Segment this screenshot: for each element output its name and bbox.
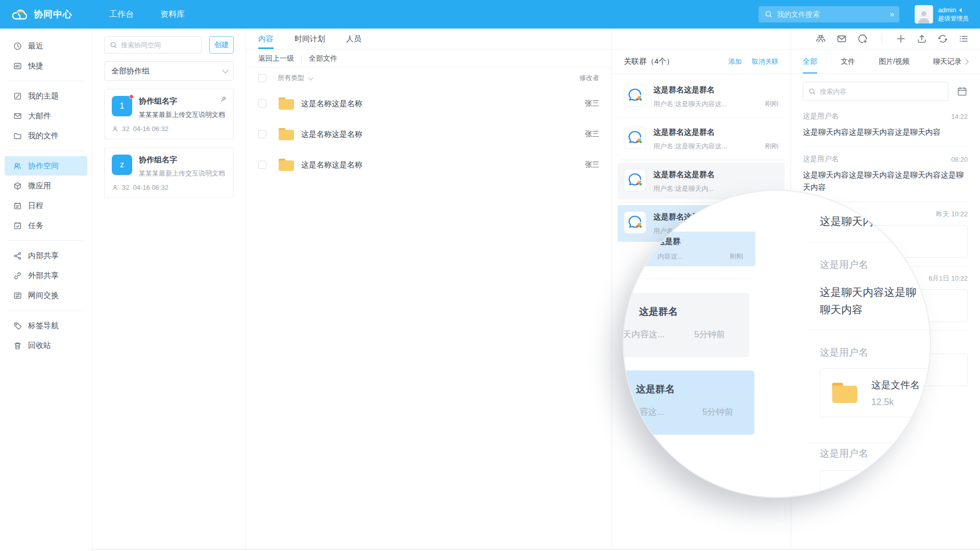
sidebar-item-schedule[interactable]: 日程 <box>5 196 87 215</box>
last-message: 用户名:这是聊天内容这... <box>653 142 760 151</box>
sidebar-item-collab-space[interactable]: 协作空间 <box>5 156 87 176</box>
tab-media[interactable]: 图片/视频 <box>879 49 910 73</box>
tab-timeline[interactable]: 时间计划 <box>295 29 325 49</box>
sidebar-item-recycle-bin[interactable]: 回收站 <box>5 336 87 355</box>
breadcrumb-back[interactable]: 返回上一级 <box>258 54 294 63</box>
add-link-button[interactable]: 添加 <box>728 57 742 66</box>
chat-search[interactable] <box>803 82 948 101</box>
sidebar-item-shortcuts[interactable]: 快捷 <box>5 56 87 76</box>
sidebar-item-my-topics[interactable]: 我的主题 <box>5 86 87 106</box>
nav-workbench[interactable]: 工作台 <box>109 9 134 20</box>
sidebar-divider <box>8 81 84 81</box>
row-checkbox[interactable] <box>258 99 266 108</box>
sidebar-item-network-exchange[interactable]: 网间交换 <box>5 286 87 305</box>
sidebar-item-tasks[interactable]: 任务 <box>5 216 87 235</box>
group-search-input[interactable] <box>121 41 196 49</box>
search-go-icon[interactable]: » <box>890 10 893 19</box>
file-row[interactable]: 这是名称这是名称 张三 <box>246 119 611 149</box>
history-add-icon[interactable] <box>857 34 868 44</box>
task-check-icon <box>13 221 22 230</box>
column-modifier: 修改者 <box>579 73 599 83</box>
exchange-icon <box>13 291 22 300</box>
tab-all[interactable]: 全部 <box>803 49 817 73</box>
group-time: 04-16 06:32 <box>133 184 168 191</box>
file-row[interactable]: 这是名称这是名称 张三 <box>246 149 611 180</box>
mail-icon[interactable] <box>837 34 847 44</box>
linked-groups-title: 关联群（4个） <box>624 57 674 66</box>
linked-group-item[interactable]: 这是群名这是群名 用户名:这是聊天内容这...刚刚 <box>618 120 785 157</box>
upload-icon[interactable] <box>917 34 927 44</box>
sidebar-item-tag-nav[interactable]: 标签导航 <box>5 316 87 335</box>
sidebar-item-micro-apps[interactable]: 微应用 <box>5 176 87 195</box>
lens-chat-text: 这是聊天内容这是聊聊天内容 <box>820 284 931 318</box>
group-card[interactable]: 1 协作组名字 某某某最新上传交互说明文档 32 04-16 06:32 <box>104 89 234 139</box>
sidebar-item-label: 日程 <box>28 201 43 211</box>
clock-icon <box>13 42 22 51</box>
global-search-input[interactable] <box>777 10 886 18</box>
list-view-icon[interactable] <box>959 34 969 44</box>
tag-icon <box>13 321 22 330</box>
breadcrumb: 返回上一级 全部文件 <box>246 49 611 68</box>
chat-search-input[interactable] <box>820 88 943 95</box>
group-filter-select[interactable]: 全部协作组 <box>104 61 234 81</box>
list-divider <box>808 330 926 330</box>
nav-library[interactable]: 资料库 <box>160 9 185 20</box>
message-text: 这是聊天内容这是聊天内容这是聊天内容这是聊天内容 <box>803 169 968 193</box>
file-name: 这是名称这是名称 <box>301 130 362 139</box>
collab-center-app: 协同中心 工作台 资料库 » admin 超级管理员 <box>0 0 980 551</box>
group-card[interactable]: z 协作组名字 某某某最新上传交互说明文档 32 04-16 06:32 <box>104 147 234 198</box>
group-panel: 创建 全部协作组 1 协作组名字 某某某最新上传交互说明文档 32 04-16 … <box>92 29 246 551</box>
chevron-down-icon <box>308 74 314 80</box>
search-icon <box>110 41 117 49</box>
chat-message[interactable]: 这是用户名08:20 这是聊天内容这是聊天内容这是聊天内容这是聊天内容 <box>803 147 968 202</box>
create-group-button[interactable]: 创建 <box>209 36 234 54</box>
file-modifier: 张三 <box>585 99 599 108</box>
group-name: 这是群名这是群名 <box>653 128 778 137</box>
sidebar-item-big-mail[interactable]: 大邮件 <box>5 106 87 126</box>
file-name: 这是文件名 <box>871 379 920 392</box>
tab-chat-log[interactable]: 聊天记录 <box>933 49 968 73</box>
calendar-filter-icon[interactable] <box>957 86 968 97</box>
members-icon[interactable] <box>816 34 826 44</box>
message-user: 这是用户名 <box>803 112 839 121</box>
refresh-icon[interactable] <box>938 34 948 44</box>
linked-group-item[interactable]: 这是群名这是群名 用户名:这是聊天内容这...刚刚 <box>618 78 785 115</box>
sidebar-item-external-share[interactable]: 外部共享 <box>5 266 87 285</box>
global-search[interactable]: » <box>758 6 899 22</box>
add-icon[interactable] <box>896 34 906 44</box>
user-meta: admin 超级管理员 <box>938 6 969 22</box>
tab-files[interactable]: 文件 <box>841 49 855 73</box>
app-logo[interactable]: 协同中心 <box>0 8 97 20</box>
file-row[interactable]: 这是名称这是名称 张三 <box>246 88 611 119</box>
breadcrumb-divider <box>301 55 302 62</box>
user-menu[interactable]: admin 超级管理员 <box>915 5 969 23</box>
group-name: 这是群名这是群名 <box>653 85 778 95</box>
sidebar-item-internal-share[interactable]: 内部共享 <box>5 246 87 265</box>
folder-icon <box>278 127 295 141</box>
member-count-icon <box>112 126 118 132</box>
row-checkbox[interactable] <box>258 130 266 138</box>
row-checkbox[interactable] <box>258 161 266 169</box>
magnifier-lens: 这是群名这是群名 内容这... 刚刚 这是群名 是聊天内容这...5分钟前 这是… <box>623 190 931 498</box>
avatar <box>915 5 933 23</box>
tab-members[interactable]: 人员 <box>346 29 361 49</box>
folder-icon <box>830 381 859 405</box>
message-time: 14:22 <box>951 113 968 120</box>
tab-content[interactable]: 内容 <box>258 29 274 49</box>
select-all-checkbox[interactable] <box>258 74 266 82</box>
chat-message[interactable]: 这是用户名14:22 这是聊天内容这是聊天内容这是聊天内容 <box>803 104 968 147</box>
group-time: 04-16 06:32 <box>133 125 168 133</box>
calendar-icon <box>13 202 22 210</box>
sidebar-item-label: 微应用 <box>28 181 51 191</box>
edit-icon <box>13 92 22 101</box>
sidebar-item-label: 外部共享 <box>28 271 59 281</box>
type-filter[interactable]: 所有类型 <box>278 73 312 83</box>
message-time: 昨天 10:22 <box>936 210 968 219</box>
pin-icon[interactable] <box>219 95 227 105</box>
message-text: 这是聊天内容这是聊天内容这是聊天内容 <box>803 126 968 138</box>
message-time: 刚刚 <box>765 142 778 151</box>
sidebar-item-my-files[interactable]: 我的文件 <box>5 126 87 145</box>
group-search[interactable] <box>104 36 202 54</box>
unlink-button[interactable]: 取消关联 <box>752 57 778 66</box>
sidebar-item-recent[interactable]: 最近 <box>5 36 87 56</box>
